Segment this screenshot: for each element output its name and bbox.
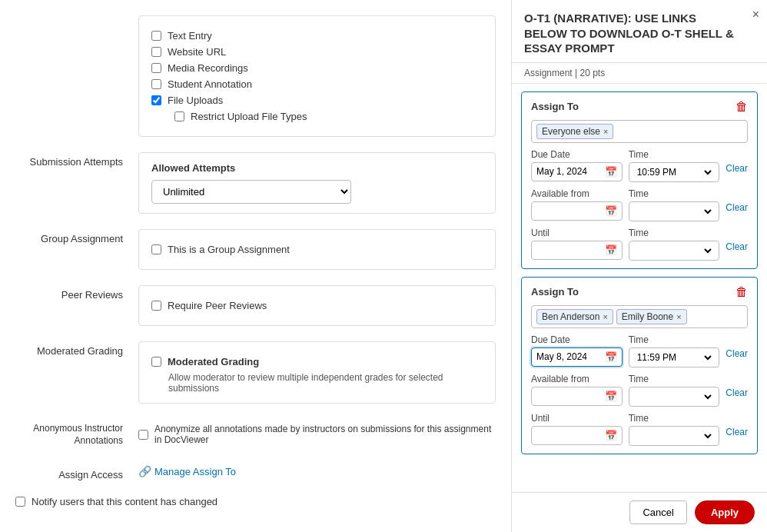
tag-everyone-else: Everyone else × bbox=[536, 124, 613, 139]
group-assignment-box: This is a Group Assignment bbox=[138, 229, 496, 270]
assign-block-1-delete[interactable]: 🗑 bbox=[735, 100, 748, 114]
assign-block-2-header: Assign To 🗑 bbox=[531, 285, 748, 299]
tag-emily-boone-close[interactable]: × bbox=[676, 312, 681, 321]
moderated-grading-checkbox[interactable] bbox=[151, 357, 161, 367]
group-assignment-text: This is a Group Assignment bbox=[168, 244, 290, 255]
website-url-item: Website URL bbox=[151, 46, 483, 58]
assign-block-1-due-time-label: Time bbox=[629, 149, 720, 160]
media-recordings-label: Media Recordings bbox=[168, 62, 248, 74]
assign-block-2-avail-date-group: Available from 📅 bbox=[531, 374, 623, 406]
right-footer: Cancel Apply bbox=[512, 492, 767, 532]
file-uploads-label: File Uploads bbox=[168, 95, 223, 106]
assign-block-2-due-time-label: Time bbox=[629, 334, 720, 345]
notify-checkbox[interactable] bbox=[15, 497, 25, 507]
assign-block-2-until-clear[interactable]: Clear bbox=[725, 413, 748, 437]
assign-block-2-until-time-label: Time bbox=[629, 413, 720, 424]
assign-block-2-avail-time-group: Time 10:59 PM 11:59 PM bbox=[629, 374, 720, 407]
assign-block-2-due-date-input[interactable] bbox=[536, 351, 605, 362]
moderated-grading-box: Moderated Grading Allow moderator to rev… bbox=[138, 341, 496, 404]
assign-block-1-due-date-input[interactable] bbox=[536, 166, 605, 177]
text-entry-checkbox[interactable] bbox=[151, 31, 161, 41]
assign-block-2-due-time-group: Time 11:59 PM 10:59 PM bbox=[629, 334, 720, 367]
anonymous-annotations-content: Anonymize all annotations made by instru… bbox=[138, 419, 496, 450]
assign-block-2-until-input[interactable] bbox=[536, 430, 605, 441]
moderated-grading-content: Moderated Grading Allow moderator to rev… bbox=[138, 341, 496, 404]
peer-reviews-checkbox[interactable] bbox=[151, 301, 161, 311]
assign-block-1-until-date-group: Until 📅 bbox=[531, 228, 623, 260]
assign-block-1-avail-input-wrap: 📅 bbox=[531, 201, 623, 221]
assign-block-2-due-cal-icon[interactable]: 📅 bbox=[605, 351, 617, 363]
assign-block-1-due-cal-icon[interactable]: 📅 bbox=[605, 166, 617, 178]
assign-block-1-until-input[interactable] bbox=[536, 244, 605, 255]
manage-assign-to-link[interactable]: 🔗 Manage Assign To bbox=[138, 465, 496, 477]
notify-row: Notify users that this content has chang… bbox=[0, 488, 511, 515]
manage-assign-to-text: Manage Assign To bbox=[154, 466, 236, 477]
link-icon: 🔗 bbox=[138, 465, 151, 477]
peer-reviews-content: Require Peer Reviews bbox=[138, 285, 496, 326]
assign-block-2-until-time-select[interactable]: 10:59 PM 11:59 PM bbox=[634, 430, 715, 442]
assign-block-1-due-date-group: Due Date 📅 bbox=[531, 149, 623, 181]
assign-block-2-avail-label: Available from bbox=[531, 374, 623, 384]
allowed-attempts-title: Allowed Attempts bbox=[151, 162, 483, 174]
assign-block-1-until-clear[interactable]: Clear bbox=[725, 228, 748, 252]
assign-block-1-until-cal-icon[interactable]: 📅 bbox=[605, 244, 617, 256]
assign-block-2-until-input-wrap: 📅 bbox=[531, 426, 623, 445]
group-assignment-checkbox[interactable] bbox=[151, 244, 161, 254]
tag-ben-anderson-close[interactable]: × bbox=[603, 312, 607, 321]
submission-types-content: Text Entry Website URL Media Recordings … bbox=[138, 15, 496, 137]
allowed-attempts-content: Allowed Attempts Unlimited 1 2 3 4 5 bbox=[138, 152, 496, 214]
submission-types-group: Text Entry Website URL Media Recordings … bbox=[138, 15, 496, 137]
assign-block-2-due-time-select[interactable]: 11:59 PM 10:59 PM bbox=[634, 351, 715, 364]
assign-block-2-until-row: Until 📅 Time 10:59 PM 11:59 PM bbox=[531, 413, 748, 446]
assign-block-1-avail-time-group: Time 10:59 PM 11:59 PM bbox=[629, 188, 720, 221]
assign-block-2-avail-input[interactable] bbox=[536, 391, 605, 401]
restrict-upload-checkbox[interactable] bbox=[174, 111, 184, 121]
student-annotation-checkbox[interactable] bbox=[151, 79, 161, 89]
media-recordings-checkbox[interactable] bbox=[151, 63, 161, 73]
tag-everyone-else-close[interactable]: × bbox=[603, 127, 608, 136]
group-assignment-row: Group Assignment This is a Group Assignm… bbox=[0, 221, 511, 278]
assign-block-2-until-time-group: Time 10:59 PM 11:59 PM bbox=[629, 413, 720, 446]
moderated-grading-label: Moderated Grading bbox=[15, 341, 138, 357]
moderated-grading-desc: Allow moderator to review multiple indep… bbox=[151, 372, 483, 394]
text-entry-item: Text Entry bbox=[151, 30, 483, 42]
assign-block-2-avail-cal-icon[interactable]: 📅 bbox=[605, 391, 617, 402]
assign-block-2-tags[interactable]: Ben Anderson × Emily Boone × bbox=[531, 305, 748, 328]
assign-block-1-due-clear[interactable]: Clear bbox=[725, 149, 748, 174]
anonymous-annotations-label: Anonymous Instructor Annotations bbox=[15, 419, 138, 447]
assign-block-2-avail-clear[interactable]: Clear bbox=[725, 374, 748, 398]
right-panel-title: O-T1 (NARRATIVE): USE LINKS BELOW TO DOW… bbox=[524, 11, 755, 56]
assign-block-1-avail-cal-icon[interactable]: 📅 bbox=[605, 205, 617, 217]
anon-annotations-checkbox[interactable] bbox=[138, 430, 148, 440]
group-assignment-content: This is a Group Assignment bbox=[138, 229, 496, 270]
assign-block-2-until-time-wrap: 10:59 PM 11:59 PM bbox=[629, 426, 720, 446]
peer-reviews-box: Require Peer Reviews bbox=[138, 285, 496, 326]
assign-block-1-avail-time-wrap: 10:59 PM 11:59 PM bbox=[629, 201, 720, 221]
file-uploads-checkbox[interactable] bbox=[151, 95, 161, 105]
assign-block-1-header: Assign To 🗑 bbox=[531, 100, 748, 114]
assign-block-2-avail-time-select[interactable]: 10:59 PM 11:59 PM bbox=[634, 391, 715, 403]
assign-block-1-avail-time-label: Time bbox=[629, 188, 720, 199]
assign-block-1-avail-time-select[interactable]: 10:59 PM 11:59 PM bbox=[634, 205, 715, 218]
cancel-button[interactable]: Cancel bbox=[629, 500, 686, 524]
assign-access-row: Assign Access 🔗 Manage Assign To bbox=[0, 457, 511, 488]
allowed-attempts-select[interactable]: Unlimited 1 2 3 4 5 bbox=[151, 180, 351, 204]
assign-block-1-tags[interactable]: Everyone else × bbox=[531, 120, 748, 143]
peer-reviews-item: Require Peer Reviews bbox=[151, 300, 483, 311]
assign-block-2-until-cal-icon[interactable]: 📅 bbox=[605, 430, 617, 441]
close-button[interactable]: × bbox=[752, 8, 759, 22]
website-url-checkbox[interactable] bbox=[151, 47, 161, 57]
moderated-grading-text: Moderated Grading bbox=[168, 356, 259, 367]
apply-button[interactable]: Apply bbox=[695, 500, 755, 524]
assign-block-2-avail-time-label: Time bbox=[629, 374, 720, 384]
assign-block-1-avail-input[interactable] bbox=[536, 205, 605, 216]
assign-block-1-avail-clear[interactable]: Clear bbox=[725, 188, 748, 213]
assign-block-2-due-clear[interactable]: Clear bbox=[725, 334, 748, 359]
peer-reviews-label: Peer Reviews bbox=[15, 285, 138, 301]
assign-block-1-until-time-select[interactable]: 10:59 PM 11:59 PM bbox=[634, 244, 715, 257]
anonymous-annotations-item: Anonymize all annotations made by instru… bbox=[138, 424, 496, 445]
assign-block-1-due-time-select[interactable]: 10:59 PM 11:59 PM bbox=[634, 166, 715, 178]
assign-block-1-avail-date-group: Available from 📅 bbox=[531, 188, 623, 221]
assign-block-2-due-date-input-wrap: 📅 bbox=[531, 347, 623, 367]
assign-block-2-delete[interactable]: 🗑 bbox=[735, 285, 748, 299]
